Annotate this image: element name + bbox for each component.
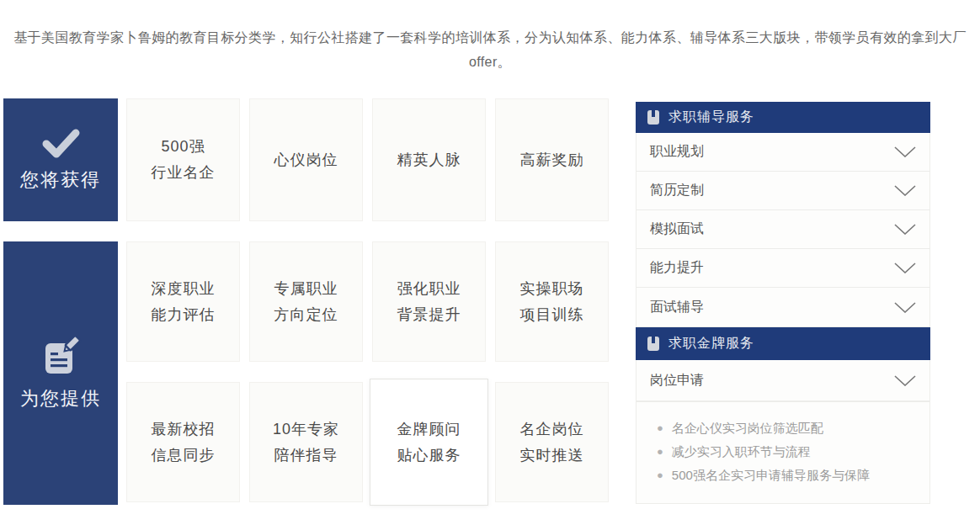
feature-card[interactable]: 10年专家 陪伴指导 bbox=[249, 382, 363, 502]
chevron-down-icon bbox=[894, 375, 916, 386]
panel-header-gold: 求职金牌服务 bbox=[636, 327, 930, 360]
chevron-down-icon bbox=[894, 146, 916, 157]
accordion-item-label: 岗位申请 bbox=[650, 372, 704, 390]
feature-card[interactable]: 高薪奖励 bbox=[495, 98, 609, 221]
panel-header-coaching: 求职辅导服务 bbox=[636, 102, 930, 133]
bullet-text: 500强名企实习申请辅导服务与保障 bbox=[672, 464, 870, 487]
intro-line-1: 基于美国教育学家卜鲁姆的教育目标分类学，知行公社搭建了一套科学的培训体系，分为认… bbox=[0, 25, 980, 50]
accordion-item-career-planning[interactable]: 职业规划 bbox=[636, 133, 929, 172]
accordion-item-interview-coaching[interactable]: 面试辅导 bbox=[636, 288, 929, 326]
panel-title: 求职辅导服务 bbox=[668, 109, 754, 126]
bullet-item: ● 名企心仪实习岗位筛选匹配 bbox=[657, 416, 921, 440]
book-bookmark-icon bbox=[647, 110, 659, 125]
bullet-text: 减少实习入职环节与流程 bbox=[672, 440, 811, 464]
feature-card-grid: 500强 行业名企 心仪岗位 精英人脉 高薪奖励 深度职业 能力评估 专属职业 … bbox=[126, 98, 609, 502]
bullet-item: ● 500强名企实习申请辅导服务与保障 bbox=[657, 464, 921, 487]
accordion-item-resume-customization[interactable]: 简历定制 bbox=[636, 172, 929, 210]
chevron-down-icon bbox=[894, 302, 916, 313]
chevron-down-icon bbox=[894, 262, 916, 273]
book-bookmark-icon bbox=[647, 337, 659, 351]
feature-card[interactable]: 深度职业 能力评估 bbox=[126, 241, 240, 362]
bullet-dot-icon: ● bbox=[657, 464, 663, 487]
accordion-item-label: 面试辅导 bbox=[650, 299, 704, 316]
left-tab-label: 为您提供 bbox=[20, 386, 101, 411]
panel-title: 求职金牌服务 bbox=[668, 335, 754, 353]
gold-accordion: 岗位申请 bbox=[636, 360, 930, 401]
feature-card[interactable]: 500强 行业名企 bbox=[126, 98, 240, 221]
services-panel: 求职辅导服务 职业规划 简历定制 模拟面试 能力提升 面试辅导 求职金牌服务 岗… bbox=[636, 102, 930, 504]
accordion-item-ability-improvement[interactable]: 能力提升 bbox=[636, 249, 929, 288]
feature-card-highlighted[interactable]: 金牌顾问 贴心服务 bbox=[370, 379, 488, 506]
feature-card[interactable]: 精英人脉 bbox=[372, 98, 486, 221]
intro-line-2: offer。 bbox=[0, 50, 980, 74]
accordion-item-label: 能力提升 bbox=[650, 259, 704, 277]
feature-card[interactable]: 心仪岗位 bbox=[249, 98, 363, 221]
bullet-text: 名企心仪实习岗位筛选匹配 bbox=[672, 416, 823, 440]
accordion-item-mock-interview[interactable]: 模拟面试 bbox=[636, 210, 929, 249]
intro-paragraph: 基于美国教育学家卜鲁姆的教育目标分类学，知行公社搭建了一套科学的培训体系，分为认… bbox=[0, 25, 980, 74]
coaching-accordion: 职业规划 简历定制 模拟面试 能力提升 面试辅导 bbox=[636, 133, 930, 327]
chevron-down-icon bbox=[894, 224, 916, 235]
check-icon bbox=[40, 127, 82, 159]
bullet-item: ● 减少实习入职环节与流程 bbox=[657, 440, 921, 464]
chevron-down-icon bbox=[894, 185, 916, 196]
edit-document-icon bbox=[40, 336, 82, 378]
feature-card[interactable]: 专属职业 方向定位 bbox=[249, 241, 363, 362]
left-tab-we-provide[interactable]: 为您提供 bbox=[3, 241, 118, 505]
left-tab-you-will-get[interactable]: 您将获得 bbox=[3, 98, 118, 221]
accordion-item-label: 职业规划 bbox=[650, 143, 704, 161]
bullet-dot-icon: ● bbox=[657, 440, 663, 464]
feature-card[interactable]: 强化职业 背景提升 bbox=[372, 241, 486, 362]
left-tab-label: 您将获得 bbox=[20, 167, 101, 193]
bullet-dot-icon: ● bbox=[657, 416, 663, 440]
accordion-item-label: 模拟面试 bbox=[650, 220, 704, 238]
accordion-item-label: 简历定制 bbox=[650, 182, 704, 199]
feature-card[interactable]: 名企岗位 实时推送 bbox=[495, 382, 609, 502]
feature-card[interactable]: 实操职场 项目训练 bbox=[495, 241, 609, 362]
accordion-item-job-application[interactable]: 岗位申请 bbox=[636, 360, 929, 400]
feature-card[interactable]: 最新校招 信息同步 bbox=[126, 382, 240, 502]
gold-service-bullet-list: ● 名企心仪实习岗位筛选匹配 ● 减少实习入职环节与流程 ● 500强名企实习申… bbox=[636, 401, 930, 504]
